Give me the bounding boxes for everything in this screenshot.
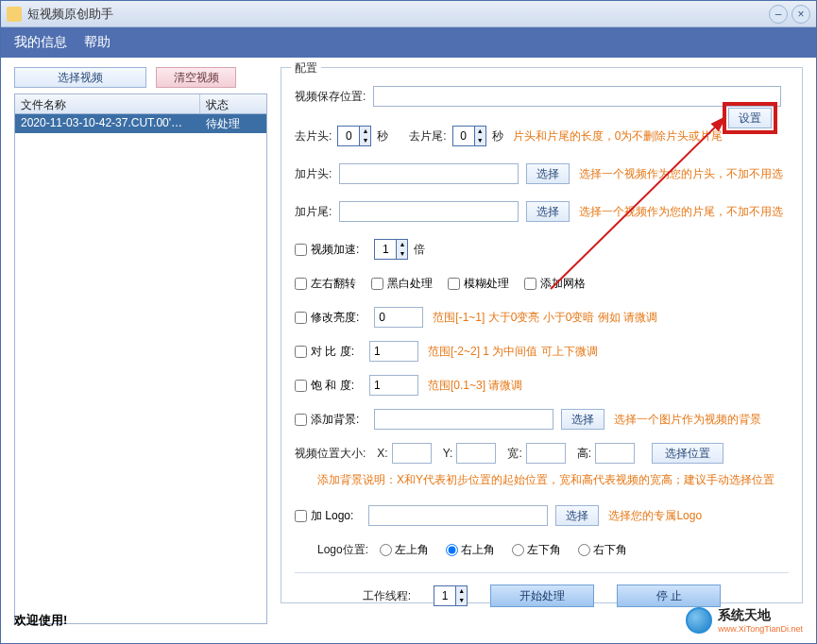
speed-spinner[interactable]: ▲▼	[374, 239, 408, 260]
titlebar: 短视频原创助手 – ×	[1, 1, 816, 27]
start-button[interactable]: 开始处理	[490, 585, 594, 607]
left-panel: 选择视频 清空视频 文件名称 状态 2020-11-03-10-42-37.CU…	[14, 67, 267, 624]
clear-video-button[interactable]: 清空视频	[156, 67, 236, 88]
threads-label: 工作线程:	[363, 588, 411, 604]
brightness-hint: 范围[-1~1] 大于0变亮 小于0变暗 例如 请微调	[433, 310, 657, 326]
logo-checkbox[interactable]: 加 Logo:	[295, 508, 353, 524]
chevron-up-icon[interactable]: ▲	[475, 127, 485, 136]
stop-button[interactable]: 停 止	[617, 585, 721, 607]
config-legend: 配置	[291, 60, 321, 76]
chevron-up-icon[interactable]: ▲	[397, 240, 407, 249]
logo-input[interactable]	[368, 505, 548, 526]
contrast-hint: 范围[-2~2] 1 为中间值 可上下微调	[428, 344, 598, 360]
background-note: 添加背景说明：X和Y代表初步位置的起始位置，宽和高代表视频的宽高；建议手动选择位…	[317, 472, 774, 488]
add-tail-label: 加片尾:	[295, 204, 332, 220]
choose-position-button[interactable]: 选择位置	[652, 443, 723, 464]
menu-my-info[interactable]: 我的信息	[14, 34, 67, 51]
saturation-hint: 范围[0.1~3] 请微调	[428, 378, 522, 394]
welcome-text: 欢迎使用!	[14, 612, 67, 629]
trim-tail-label: 去片尾:	[409, 128, 446, 144]
app-icon	[7, 7, 22, 22]
body-area: 选择视频 清空视频 文件名称 状态 2020-11-03-10-42-37.CU…	[1, 58, 816, 643]
chevron-up-icon[interactable]: ▲	[360, 127, 370, 136]
list-header: 文件名称 状态	[14, 93, 267, 114]
add-tail-input[interactable]	[339, 201, 519, 222]
background-hint: 选择一个图片作为视频的背景	[614, 412, 761, 428]
background-input[interactable]	[374, 409, 553, 430]
add-tail-hint: 选择一个视频作为您的片尾，不加不用选	[579, 204, 783, 220]
file-list[interactable]: 2020-11-03-10-42-37.CUT.00'… 待处理	[14, 114, 267, 624]
chevron-down-icon[interactable]: ▼	[475, 136, 485, 145]
col-status[interactable]: 状态	[200, 94, 266, 113]
logo-position-group: 左上角 右上角 左下角 右下角	[380, 542, 627, 558]
brand-url: www.XiTongTianDi.net	[718, 624, 803, 634]
grid-checkbox[interactable]: 添加网格	[524, 276, 586, 292]
radio-top-left[interactable]: 左上角	[380, 542, 429, 558]
choose-logo-button[interactable]: 选择	[555, 505, 599, 526]
select-video-button[interactable]: 选择视频	[14, 67, 146, 88]
add-head-label: 加片头:	[295, 166, 332, 182]
logo-position-label: Logo位置:	[317, 542, 368, 558]
app-window: 短视频原创助手 – × 我的信息 帮助 选择视频 清空视频 文件名称 状态 20…	[0, 0, 817, 644]
highlight-box: 设置	[723, 102, 777, 134]
list-item-status: 待处理	[200, 114, 266, 133]
trim-hint: 片头和片尾的长度，0为不删除片头或片尾	[513, 128, 723, 144]
brightness-input[interactable]	[374, 307, 423, 328]
list-item-name: 2020-11-03-10-42-37.CUT.00'…	[15, 114, 200, 133]
trim-tail-spinner[interactable]: ▲▼	[452, 126, 486, 146]
saturation-checkbox[interactable]: 饱 和 度:	[295, 378, 354, 394]
pos-x-input[interactable]	[392, 443, 432, 464]
trim-head-label: 去片头:	[295, 128, 332, 144]
contrast-input[interactable]	[369, 341, 418, 362]
blur-checkbox[interactable]: 模糊处理	[448, 276, 509, 292]
globe-icon	[686, 607, 712, 634]
saturation-input[interactable]	[369, 375, 418, 396]
radio-bottom-left[interactable]: 左下角	[512, 542, 561, 558]
pos-w-input[interactable]	[526, 443, 566, 464]
choose-background-button[interactable]: 选择	[561, 409, 604, 430]
position-label: 视频位置大小:	[295, 446, 366, 462]
status-bar: 欢迎使用! 系统天地 www.XiTongTianDi.net	[14, 607, 803, 634]
add-head-input[interactable]	[339, 163, 519, 184]
menu-help[interactable]: 帮助	[84, 34, 111, 51]
save-path-input[interactable]	[373, 86, 781, 107]
brand: 系统天地 www.XiTongTianDi.net	[686, 607, 803, 634]
contrast-checkbox[interactable]: 对 比 度:	[295, 344, 354, 360]
add-head-hint: 选择一个视频作为您的片头，不加不用选	[579, 166, 783, 182]
chevron-down-icon[interactable]: ▼	[456, 596, 467, 605]
pos-h-input[interactable]	[595, 443, 635, 464]
save-path-label: 视频保存位置:	[295, 89, 366, 105]
app-title: 短视频原创助手	[27, 6, 765, 23]
flip-checkbox[interactable]: 左右翻转	[295, 276, 356, 292]
choose-tail-button[interactable]: 选择	[526, 201, 570, 222]
background-checkbox[interactable]: 添加背景:	[295, 412, 359, 428]
choose-head-button[interactable]: 选择	[526, 163, 570, 184]
menubar: 我的信息 帮助	[1, 27, 816, 58]
brand-name: 系统天地	[718, 607, 803, 624]
chevron-down-icon[interactable]: ▼	[360, 136, 370, 145]
threads-spinner[interactable]: ▲▼	[434, 585, 468, 606]
brightness-checkbox[interactable]: 修改亮度:	[295, 310, 359, 326]
list-item[interactable]: 2020-11-03-10-42-37.CUT.00'… 待处理	[15, 114, 266, 133]
radio-top-right[interactable]: 右上角	[446, 542, 495, 558]
bw-checkbox[interactable]: 黑白处理	[371, 276, 433, 292]
logo-hint: 选择您的专属Logo	[608, 508, 702, 524]
minimize-button[interactable]: –	[769, 5, 788, 24]
chevron-down-icon[interactable]: ▼	[397, 249, 407, 259]
pos-y-input[interactable]	[456, 443, 496, 464]
speed-checkbox[interactable]: 视频加速:	[295, 242, 359, 258]
trim-head-spinner[interactable]: ▲▼	[337, 126, 371, 146]
radio-bottom-right[interactable]: 右下角	[578, 542, 627, 558]
col-filename[interactable]: 文件名称	[15, 94, 200, 113]
set-path-button[interactable]: 设置	[728, 108, 772, 128]
close-button[interactable]: ×	[791, 5, 810, 24]
config-panel: 配置 视频保存位置: 设置 去片头: ▲▼ 秒	[281, 67, 803, 603]
chevron-up-icon[interactable]: ▲	[456, 586, 467, 596]
